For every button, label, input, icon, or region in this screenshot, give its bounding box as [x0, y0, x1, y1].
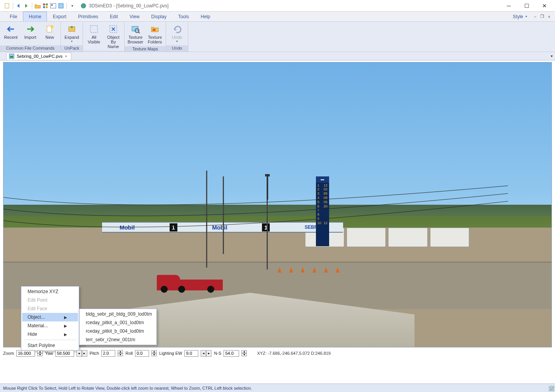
lighting-right[interactable]: ▸	[206, 350, 212, 357]
context-item[interactable]: Object...▶	[22, 313, 78, 321]
import-icon	[24, 24, 36, 35]
svg-rect-17	[153, 29, 156, 31]
expand-button[interactable]: Expand▾	[62, 22, 81, 44]
svg-rect-3	[43, 6, 45, 8]
document-tab-label: Sebring_00_LowPC.pvs	[17, 54, 62, 59]
context-item[interactable]: Memorize XYZ	[22, 287, 78, 296]
context-subitem[interactable]: rceday_pitkit_b_004_lod0tm	[80, 327, 156, 335]
tab-dropdown-icon[interactable]: ▾	[551, 54, 553, 58]
pitch-up[interactable]: ▲	[118, 350, 123, 353]
zoom-label: Zoom	[3, 351, 14, 356]
svg-line-16	[138, 32, 140, 33]
import-button[interactable]: Import	[21, 22, 40, 41]
ribbon-group-label: Common File Commands	[0, 45, 61, 52]
recent-icon	[5, 24, 17, 35]
context-subitem[interactable]: rceday_pitkit_a_001_lod0tm	[80, 318, 156, 327]
resize-grip-icon[interactable]	[549, 386, 554, 391]
menu-tab-tools[interactable]: Tools	[172, 12, 195, 21]
context-item[interactable]: Start Polyline	[22, 341, 78, 350]
style-menu[interactable]: Style	[513, 14, 523, 19]
menu-tab-display[interactable]: Display	[146, 12, 172, 21]
texture-browser-icon	[129, 24, 142, 35]
qat-forward-icon[interactable]	[23, 2, 30, 9]
view-controls-bar: Zoom ▲▼ Yaw ◂▸ Pitch ▲▼ Roll ▲▼ Lighting…	[3, 349, 331, 357]
context-item[interactable]: Material...▶	[22, 321, 78, 330]
menu-tab-help[interactable]: Help	[195, 12, 216, 21]
yaw-left[interactable]: ◂	[76, 350, 82, 357]
object-by-name-button[interactable]: ObjectBy Name	[104, 22, 123, 50]
xyz-readout: XYZ: -7.686,-246.647,5.072 D:246.819	[257, 351, 331, 356]
mdi-restore-icon[interactable]: ❐	[539, 14, 545, 19]
svg-rect-6	[51, 4, 53, 6]
zoom-down[interactable]: ▼	[37, 353, 43, 356]
qat-open-icon[interactable]	[34, 2, 41, 9]
title-bar: ▾ 3DSimED3 - [Sebring_00_LowPC.pvs] ─ ☐ …	[0, 0, 555, 12]
ns-input[interactable]	[224, 350, 239, 357]
svg-rect-19	[10, 56, 13, 58]
undo-icon	[171, 24, 183, 35]
ns-up[interactable]: ▲	[241, 350, 247, 353]
svg-rect-1	[43, 3, 45, 5]
svg-rect-12	[90, 26, 97, 33]
context-menu[interactable]: Memorize XYZEdit PointEdit FaceObject...…	[21, 286, 79, 351]
yaw-input[interactable]	[56, 350, 74, 357]
menu-tab-primitives[interactable]: Primitives	[72, 12, 104, 21]
zoom-up[interactable]: ▲	[37, 350, 43, 353]
maximize-button[interactable]: ☐	[518, 0, 536, 12]
close-tab-icon[interactable]: ×	[65, 54, 67, 59]
context-subitem[interactable]: bldg_sebr_pit_bldg_009_lod0tm	[80, 310, 156, 318]
texture-folders-button[interactable]: TextureFolders	[146, 22, 164, 45]
viewport-3d[interactable]: VP Mobil 1 Mobil 1 SEBRING ▬ 11220238540…	[3, 62, 552, 347]
qat-back-icon[interactable]	[15, 2, 22, 9]
pitch-down[interactable]: ▼	[118, 353, 123, 356]
pitch-label: Pitch	[90, 351, 99, 356]
minimize-button[interactable]: ─	[500, 0, 518, 12]
close-button[interactable]: ✕	[536, 0, 553, 12]
roll-label: Roll	[125, 351, 133, 356]
qat-grid-icon[interactable]	[42, 2, 49, 9]
new-button[interactable]: New	[40, 22, 59, 41]
qat-dropdown-icon[interactable]: ▾	[69, 2, 76, 9]
roll-input[interactable]	[135, 350, 149, 357]
texture-browser-button[interactable]: TextureBrowser	[126, 22, 145, 45]
menu-tab-export[interactable]: Export	[47, 12, 72, 21]
menu-tab-edit[interactable]: Edit	[104, 12, 124, 21]
svg-point-10	[50, 25, 54, 28]
app-icon	[80, 3, 87, 9]
scene-timing-tower: ▬ 1122023854085056207891012	[316, 176, 329, 246]
all-visible-button[interactable]: AllVisible	[85, 22, 103, 45]
all-visible-icon	[88, 24, 100, 35]
qat-new-icon[interactable]	[4, 2, 11, 9]
yaw-right[interactable]: ▸	[82, 350, 87, 357]
mdi-minimize-icon[interactable]: −	[532, 14, 538, 19]
pitch-input[interactable]	[101, 350, 115, 357]
context-submenu[interactable]: bldg_sebr_pit_bldg_009_lod0tmrceday_pitk…	[79, 309, 157, 345]
qat-layers-icon[interactable]	[50, 2, 57, 9]
mdi-close-icon[interactable]: ×	[546, 14, 552, 19]
lighting-left[interactable]: ◂	[201, 350, 206, 357]
roll-down[interactable]: ▼	[151, 353, 157, 356]
yaw-label: Yaw	[45, 351, 53, 356]
context-subitem[interactable]: terr_sebr_r2new_001tm	[80, 335, 156, 344]
svg-rect-2	[46, 3, 48, 5]
menu-tabs: FileHomeExportPrimitivesEditViewDisplayT…	[0, 12, 555, 22]
context-item[interactable]: Hide▶	[22, 330, 78, 338]
ns-label: N-S	[214, 351, 221, 356]
menu-tab-home[interactable]: Home	[23, 12, 47, 21]
expand-icon	[66, 24, 78, 35]
svg-rect-7	[59, 3, 63, 8]
qat-window-icon[interactable]	[57, 2, 64, 9]
undo-button: Undo▾	[168, 22, 186, 44]
roll-up[interactable]: ▲	[151, 350, 157, 353]
document-tabs: Sebring_00_LowPC.pvs × ▾	[0, 52, 555, 60]
texture-folders-icon	[149, 24, 161, 35]
document-tab[interactable]: Sebring_00_LowPC.pvs ×	[6, 52, 71, 60]
menu-tab-view[interactable]: View	[124, 12, 146, 21]
menu-tab-file[interactable]: File	[4, 12, 23, 21]
ribbon: RecentImportNewCommon File CommandsExpan…	[0, 22, 555, 52]
lighting-input[interactable]	[184, 350, 198, 357]
zoom-input[interactable]	[16, 350, 35, 357]
recent-button[interactable]: Recent	[2, 22, 20, 41]
ribbon-group-label: Undo	[166, 45, 188, 52]
ns-down[interactable]: ▼	[241, 353, 247, 356]
